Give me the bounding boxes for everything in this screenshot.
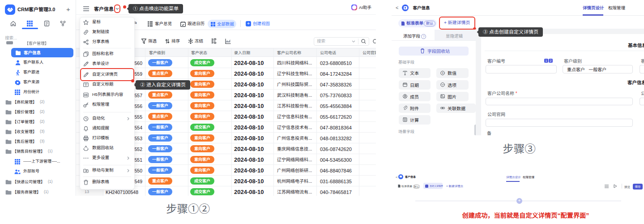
svg-text:?: ? bbox=[422, 34, 424, 39]
svg-text:9: 9 bbox=[442, 72, 444, 74]
